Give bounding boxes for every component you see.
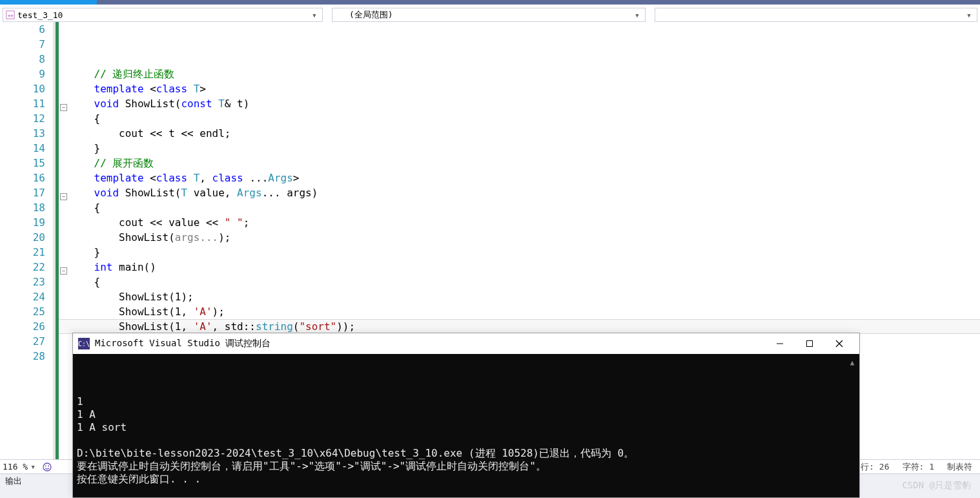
line-number: 12 — [0, 111, 45, 126]
svg-point-4 — [48, 465, 49, 466]
nav-file-dropdown[interactable]: ++ test_3_10 ▾ — [3, 8, 323, 22]
line-number: 7 — [0, 37, 45, 52]
line-number: 28 — [0, 349, 45, 364]
fold-toggle[interactable]: − — [60, 267, 67, 275]
line-number: 11 — [0, 96, 45, 111]
code-line[interactable]: } — [60, 245, 980, 260]
line-number-gutter: 6789101112131415161718192021222324252627… — [0, 22, 53, 459]
code-line[interactable]: ShowList(1); — [60, 289, 980, 304]
line-number: 6 — [0, 22, 45, 37]
code-line[interactable]: { — [60, 275, 980, 289]
svg-point-3 — [45, 465, 46, 466]
debug-console-window[interactable]: C:\ Microsoft Visual Studio 调试控制台 ▲ 1 1 … — [72, 333, 860, 498]
console-output[interactable]: ▲ 1 1 A 1 A sort D:\bite\bite-lesson2023… — [73, 354, 859, 497]
nav-file-label: test_3_10 — [17, 10, 63, 20]
fold-toggle[interactable]: − — [60, 104, 67, 111]
tab-strip-bg — [97, 0, 980, 5]
status-tab: 制表符 — [947, 461, 972, 473]
fold-toggle[interactable]: − — [60, 193, 67, 200]
nav-scope-dropdown[interactable]: (全局范围) ▾ — [332, 8, 646, 22]
scroll-up-icon[interactable]: ▲ — [848, 357, 857, 366]
status-col: 字符: 1 — [903, 461, 934, 473]
console-text: 1 1 A 1 A sort D:\bite\bite-lesson2023-2… — [77, 395, 855, 486]
line-number: 14 — [0, 141, 45, 156]
zoom-value: 116 % — [3, 462, 28, 472]
feedback-icon[interactable] — [42, 462, 52, 472]
code-line[interactable]: template <class T, class ...Args> — [60, 171, 980, 185]
code-line[interactable]: − void ShowList(T value, Args... args) — [60, 185, 980, 200]
line-number: 24 — [0, 289, 45, 304]
code-line[interactable]: ShowList(1, 'A'); — [60, 304, 980, 319]
code-line[interactable]: // 展开函数 — [60, 156, 980, 171]
chevron-down-icon: ▾ — [964, 10, 974, 20]
maximize-button[interactable] — [795, 334, 824, 353]
chevron-down-icon: ▾ — [28, 462, 38, 472]
line-number: 26 — [0, 319, 45, 334]
code-line[interactable]: { — [60, 111, 980, 126]
code-line[interactable]: template <class T> — [60, 81, 980, 96]
code-line[interactable]: { — [60, 200, 980, 215]
watermark: CSDN @只是雪豹 — [902, 480, 971, 492]
chevron-down-icon: ▾ — [309, 10, 320, 20]
code-line[interactable]: cout << value << " "; — [60, 215, 980, 230]
code-line[interactable]: ShowList(1, 'A', std::string("sort")); — [60, 319, 980, 334]
line-number: 22 — [0, 260, 45, 275]
line-number: 20 — [0, 230, 45, 245]
line-number: 17 — [0, 185, 45, 200]
line-number: 18 — [0, 200, 45, 215]
line-number: 13 — [0, 126, 45, 141]
line-number: 8 — [0, 52, 45, 67]
console-app-icon: C:\ — [78, 338, 90, 349]
line-number: 21 — [0, 245, 45, 260]
cpp-file-icon: ++ — [6, 10, 15, 19]
svg-rect-6 — [807, 341, 813, 347]
line-number: 10 — [0, 81, 45, 96]
console-title: Microsoft Visual Studio 调试控制台 — [95, 338, 271, 349]
code-line[interactable]: ShowList(args...); — [60, 230, 980, 245]
line-number: 25 — [0, 304, 45, 319]
code-line[interactable]: − void ShowList(const T& t) — [60, 96, 980, 111]
code-line[interactable]: − int main() — [60, 260, 980, 275]
chevron-down-icon: ▾ — [632, 10, 642, 20]
change-marker — [53, 22, 59, 459]
status-line: 行: 26 — [861, 461, 889, 473]
svg-text:++: ++ — [8, 13, 14, 19]
line-number: 9 — [0, 67, 45, 81]
navigation-bar: ++ test_3_10 ▾ (全局范围) ▾ ▾ — [3, 8, 977, 22]
zoom-dropdown[interactable]: 116 % ▾ — [3, 462, 38, 472]
code-line[interactable]: cout << t << endl; — [60, 126, 980, 141]
nav-scope-label: (全局范围) — [349, 9, 393, 21]
code-line[interactable]: // 递归终止函数 — [60, 67, 980, 81]
line-number: 19 — [0, 215, 45, 230]
code-line[interactable]: } — [60, 141, 980, 156]
console-titlebar[interactable]: C:\ Microsoft Visual Studio 调试控制台 — [73, 333, 859, 354]
tab-strip-active — [0, 0, 97, 5]
line-number: 23 — [0, 275, 45, 289]
line-number: 15 — [0, 156, 45, 171]
nav-member-dropdown[interactable]: ▾ — [655, 8, 977, 22]
line-number: 27 — [0, 334, 45, 349]
svg-point-2 — [43, 463, 51, 471]
minimize-button[interactable] — [765, 334, 795, 353]
line-number: 16 — [0, 171, 45, 185]
close-button[interactable] — [824, 334, 854, 353]
status-right: 行: 26 字符: 1 制表符 — [861, 461, 980, 473]
